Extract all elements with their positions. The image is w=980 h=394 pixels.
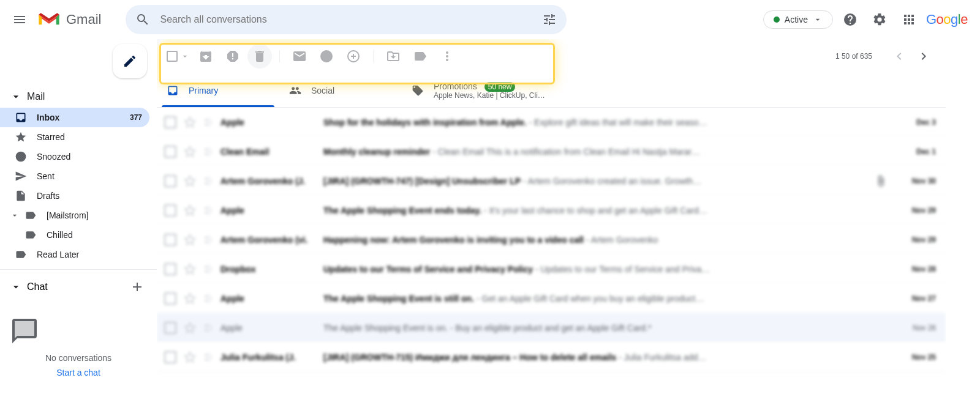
mark-as-read-button[interactable]: [287, 44, 312, 69]
search-button[interactable]: [130, 7, 155, 32]
compose-button[interactable]: [113, 44, 147, 78]
archive-button[interactable]: [194, 44, 218, 69]
row-subject: [JIRA] (GROWTH-747) [Design] Unsubscribe…: [323, 176, 870, 186]
delete-button[interactable]: [247, 44, 272, 69]
sidebar-item-label: [Mailstrom]: [47, 210, 142, 220]
star-toggle[interactable]: [184, 175, 196, 187]
email-row[interactable]: Clean EmailMonthly cleanup reminder - Cl…: [157, 137, 946, 166]
sidebar-item-chilled[interactable]: Chilled: [0, 225, 149, 245]
tab-social[interactable]: Social: [279, 73, 402, 107]
star-toggle[interactable]: [184, 116, 196, 128]
hamburger-icon: [12, 12, 27, 27]
toolbar: 1 50 of 635: [157, 39, 946, 73]
star-icon: [15, 131, 27, 143]
row-checkbox[interactable]: [164, 292, 176, 305]
chat-section-toggle[interactable]: Chat: [10, 281, 48, 293]
chat-section-label: Chat: [27, 281, 48, 292]
sidebar-item-snoozed[interactable]: Snoozed: [0, 147, 149, 166]
sidebar-item-drafts[interactable]: Drafts: [0, 186, 149, 206]
toolbar-separator: [279, 50, 280, 62]
report-spam-button[interactable]: [221, 44, 245, 69]
move-to-button[interactable]: [381, 44, 405, 69]
row-checkbox[interactable]: [164, 234, 176, 246]
row-checkbox[interactable]: [164, 351, 176, 363]
email-list[interactable]: AppleShop for the holidays with inspirat…: [157, 108, 946, 394]
gmail-logo[interactable]: Gmail: [37, 10, 101, 29]
next-page-button[interactable]: [911, 44, 936, 69]
attachment-indicator: [875, 175, 889, 187]
row-checkbox[interactable]: [164, 204, 176, 217]
row-checkbox[interactable]: [164, 263, 176, 275]
sidebar-item-starred[interactable]: Starred: [0, 127, 149, 147]
select-all-checkbox[interactable]: [167, 51, 178, 62]
importance-marker[interactable]: [203, 146, 213, 157]
row-sender: Artem Gorovenko (J.: [221, 176, 323, 186]
chat-bubble-icon: [10, 316, 147, 346]
star-toggle[interactable]: [184, 234, 196, 246]
report-spam-icon: [225, 49, 240, 64]
gmail-logo-icon: [37, 10, 61, 29]
sidebar-item-inbox[interactable]: Inbox377: [0, 108, 149, 127]
snooze-button[interactable]: [314, 44, 339, 69]
start-chat-link[interactable]: Start a chat: [10, 368, 147, 377]
importance-marker[interactable]: [203, 264, 213, 275]
sidebar-item-label: Read Later: [37, 250, 142, 259]
labels-button[interactable]: [408, 44, 432, 69]
email-row[interactable]: AppleThe Apple Shopping Event is on. - B…: [157, 313, 946, 343]
row-checkbox[interactable]: [164, 116, 176, 128]
importance-marker[interactable]: [203, 176, 213, 187]
email-row[interactable]: AppleThe Apple Shopping Event ends today…: [157, 196, 946, 225]
star-toggle[interactable]: [184, 263, 196, 275]
main-menu-button[interactable]: [5, 5, 34, 34]
row-sender: Apple: [221, 206, 323, 215]
importance-marker[interactable]: [203, 352, 213, 363]
star-toggle[interactable]: [184, 322, 196, 334]
support-button[interactable]: [838, 7, 862, 32]
row-subject: The Apple Shopping Event is still on. - …: [323, 294, 870, 303]
star-toggle[interactable]: [184, 204, 196, 217]
sidebar-item-read-later[interactable]: Read Later: [0, 245, 149, 264]
status-chip[interactable]: Active: [763, 10, 833, 29]
google-logo[interactable]: Google: [926, 12, 968, 28]
prev-page-button[interactable]: [887, 44, 911, 69]
email-row[interactable]: AppleShop for the holidays with inspirat…: [157, 108, 946, 137]
email-row[interactable]: Artem Gorovenko (vi.Happening now: Artem…: [157, 225, 946, 255]
star-toggle[interactable]: [184, 146, 196, 158]
row-checkbox[interactable]: [164, 322, 176, 334]
sidebar-item--mailstrom-[interactable]: [Mailstrom]: [0, 206, 149, 225]
email-row[interactable]: AppleThe Apple Shopping Event is still o…: [157, 284, 946, 313]
importance-marker[interactable]: [203, 117, 213, 128]
tab-promotions[interactable]: Promotions 50 new Apple News, Katie | Cl…: [402, 73, 555, 107]
settings-button[interactable]: [867, 7, 892, 32]
search-bar[interactable]: [126, 5, 567, 34]
email-row[interactable]: Julia Furkulitsa (J.[JIRA] (GROWTH-715) …: [157, 343, 946, 372]
sidebar-item-label: Sent: [37, 171, 142, 181]
toolbar-separator: [373, 50, 374, 62]
select-dropdown-button[interactable]: [179, 44, 191, 69]
star-toggle[interactable]: [184, 292, 196, 305]
email-row[interactable]: Artem Gorovenko (J.[JIRA] (GROWTH-747) […: [157, 166, 946, 196]
email-row[interactable]: DropboxUpdates to our Terms of Service a…: [157, 255, 946, 284]
app-header: Gmail Active Google: [0, 0, 980, 39]
importance-marker[interactable]: [203, 234, 213, 245]
select-all-group[interactable]: [167, 44, 191, 69]
importance-marker[interactable]: [203, 322, 213, 333]
importance-marker[interactable]: [203, 205, 213, 216]
row-subject: Updates to our Terms of Service and Priv…: [323, 264, 870, 274]
chevron-down-icon: [10, 281, 22, 293]
tab-primary[interactable]: Primary: [157, 73, 279, 107]
star-toggle[interactable]: [184, 351, 196, 363]
new-chat-button[interactable]: [127, 277, 147, 297]
search-filter-button[interactable]: [537, 7, 562, 32]
importance-marker[interactable]: [203, 293, 213, 304]
add-to-tasks-button[interactable]: [341, 44, 366, 69]
apps-button[interactable]: [897, 7, 921, 32]
row-checkbox[interactable]: [164, 175, 176, 187]
row-checkbox[interactable]: [164, 146, 176, 158]
status-label: Active: [785, 15, 808, 24]
label-icon: [24, 229, 37, 241]
search-input[interactable]: [155, 14, 537, 25]
more-options-button[interactable]: [435, 44, 459, 69]
mail-section-header[interactable]: Mail: [0, 86, 157, 108]
sidebar-item-sent[interactable]: Sent: [0, 166, 149, 186]
